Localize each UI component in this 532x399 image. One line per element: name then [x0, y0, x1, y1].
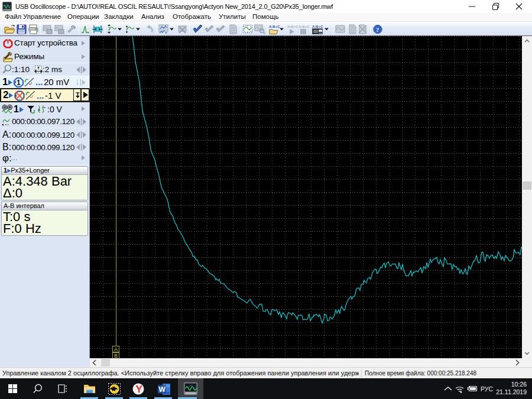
svg-text:W: W — [159, 385, 166, 394]
svg-text:A: A — [114, 346, 118, 352]
svg-text:A:B+C: A:B+C — [312, 25, 323, 28]
svg-text:?: ? — [376, 26, 379, 33]
svg-text:A:B+C: A:B+C — [299, 25, 310, 28]
svg-text:A:B+C: A:B+C — [287, 25, 299, 28]
svg-text:B: B — [114, 353, 118, 359]
svg-text:1: 1 — [17, 79, 21, 87]
